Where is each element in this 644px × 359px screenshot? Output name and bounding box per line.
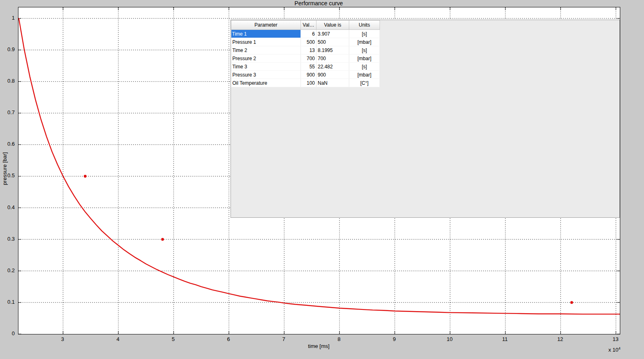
table-row: Pressure 1500500[mbar] <box>231 38 380 46</box>
value-cell[interactable]: 6 <box>301 30 316 38</box>
x-tick-label: 12 <box>557 336 563 342</box>
data-point <box>84 175 87 178</box>
table-row: Time 35522.482[s] <box>231 63 380 71</box>
units-cell[interactable]: [mbar] <box>349 54 380 63</box>
parameter-cell[interactable]: Pressure 1 <box>231 38 301 46</box>
y-axis-label: pressure [bar] <box>2 144 8 193</box>
y-tick-label: 0.8 <box>7 78 15 84</box>
table-header-cell: Units <box>349 20 380 30</box>
value-is-cell[interactable]: 22.482 <box>316 63 349 71</box>
data-point <box>161 238 164 241</box>
value-is-cell[interactable]: NaN <box>316 79 349 87</box>
value-cell[interactable]: 13 <box>301 46 316 54</box>
y-tick-label: 0 <box>12 330 15 336</box>
value-cell[interactable]: 700 <box>301 54 316 63</box>
x-axis-multiplier: x 104 <box>608 346 621 353</box>
y-tick-label: 0.3 <box>7 236 15 242</box>
parameter-cell[interactable]: Time 1 <box>231 30 301 38</box>
x-tick-label: 11 <box>502 336 508 342</box>
y-tick-label: 0.6 <box>7 141 15 147</box>
x-tick-label: 4 <box>116 336 119 342</box>
units-cell[interactable]: [mbar] <box>349 38 380 46</box>
parameter-cell[interactable]: Time 2 <box>231 46 301 54</box>
value-is-cell[interactable]: 700 <box>316 54 349 63</box>
parameter-cell[interactable]: Pressure 3 <box>231 71 301 79</box>
table-header-row: ParameterVal…Value isUnits <box>231 20 380 30</box>
x-tick-label: 7 <box>282 336 285 342</box>
x-tick-label: 13 <box>612 336 618 342</box>
parameter-panel: ParameterVal…Value isUnits Time 163.907[… <box>230 20 620 218</box>
table-row: Time 163.907[s] <box>231 30 380 38</box>
units-cell[interactable]: [C°] <box>349 79 380 87</box>
x-tick-label: 5 <box>172 336 174 342</box>
multiplier-base: x 10 <box>608 347 619 353</box>
x-axis-label: time [ms] <box>18 343 619 349</box>
x-tick-label: 8 <box>338 336 341 342</box>
table-row: Time 2138.1995[s] <box>231 46 380 54</box>
y-tick-label: 0.9 <box>7 46 15 52</box>
table-header-cell: Parameter <box>231 20 301 30</box>
value-is-cell[interactable]: 8.1995 <box>316 46 349 54</box>
value-is-cell[interactable]: 500 <box>316 38 349 46</box>
table-row: Oil Temperature100NaN[C°] <box>231 79 380 87</box>
y-tick-label: 0.5 <box>7 172 15 178</box>
parameter-table: ParameterVal…Value isUnits Time 163.907[… <box>231 20 380 87</box>
y-tick-label: 0.2 <box>7 267 15 273</box>
table-header-cell: Value is <box>316 20 349 30</box>
chart-title: Performance curve <box>18 0 619 7</box>
units-cell[interactable]: [s] <box>349 30 380 38</box>
value-cell[interactable]: 100 <box>301 79 316 87</box>
x-tick-label: 3 <box>61 336 64 342</box>
y-tick-label: 0.7 <box>7 109 15 115</box>
value-is-cell[interactable]: 900 <box>316 71 349 79</box>
table-row: Pressure 2700700[mbar] <box>231 54 380 63</box>
x-tick-label: 10 <box>447 336 452 342</box>
multiplier-exponent: 4 <box>619 346 621 350</box>
value-cell[interactable]: 55 <box>301 63 316 71</box>
x-tick-label: 6 <box>227 336 230 342</box>
value-cell[interactable]: 500 <box>301 38 316 46</box>
figure-window: Performance curve pressure [bar] time [m… <box>0 0 644 359</box>
x-tick-label: 9 <box>393 336 396 342</box>
units-cell[interactable]: [s] <box>349 63 380 71</box>
value-cell[interactable]: 900 <box>301 71 316 79</box>
parameter-cell[interactable]: Pressure 2 <box>231 54 301 63</box>
units-cell[interactable]: [s] <box>349 46 380 54</box>
y-tick-label: 0.1 <box>7 299 15 305</box>
value-is-cell[interactable]: 3.907 <box>316 30 349 38</box>
table-row: Pressure 3900900[mbar] <box>231 71 380 79</box>
units-cell[interactable]: [mbar] <box>349 71 380 79</box>
y-tick-label: 0.4 <box>7 204 15 210</box>
table-header-cell: Val… <box>301 20 316 30</box>
parameter-cell[interactable]: Oil Temperature <box>231 79 301 87</box>
data-point <box>570 301 573 304</box>
y-tick-label: 1 <box>12 15 15 21</box>
parameter-cell[interactable]: Time 3 <box>231 63 301 71</box>
